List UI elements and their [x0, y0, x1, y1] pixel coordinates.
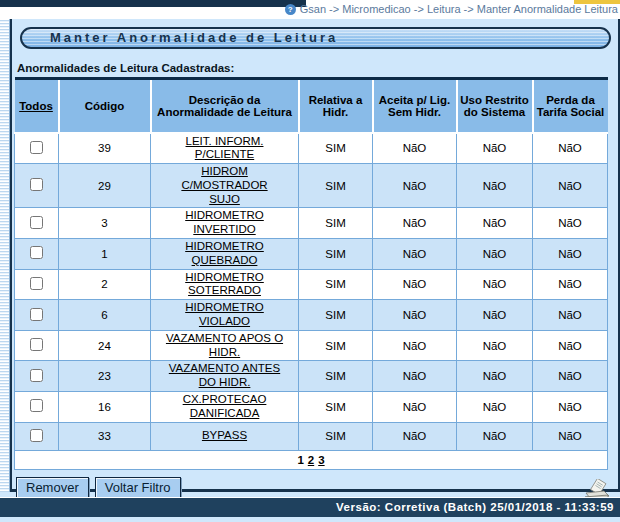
codigo-cell: 2 [59, 269, 151, 300]
perda-value-cell: NãO [533, 269, 608, 300]
perda-value-cell: NãO [533, 300, 608, 331]
codigo-cell: 24 [59, 330, 151, 361]
pagination-links: 23 [306, 454, 327, 466]
table-row: 33 BYPASS SIM NãO NãO NãO [15, 422, 608, 450]
header-perda-tarifa: Perda da Tarifa Social [533, 79, 608, 133]
table-row: 6 HIDROMETRO VIOLADO SIM NãO NãO NãO [15, 300, 608, 331]
descricao-cell: HIDROMETRO VIOLADO [151, 300, 299, 331]
page-title-text: Manter Anormalidade de Leitura [50, 30, 338, 45]
descricao-cell: HIDROM C/MOSTRADOR SUJO [151, 164, 299, 208]
pagination-current: 1 [297, 454, 303, 466]
descricao-link[interactable]: HIDROMETRO VIOLADO [165, 301, 285, 329]
uso-value-cell: NãO [457, 164, 533, 208]
uso-value-cell: NãO [457, 208, 533, 239]
row-checkbox[interactable] [30, 369, 43, 382]
table-header-row: Todos Código Descrição da Anormalidade d… [15, 79, 608, 133]
uso-value-cell: NãO [457, 133, 533, 164]
uso-value-cell: NãO [457, 392, 533, 423]
descricao-link[interactable]: HIDROM C/MOSTRADOR SUJO [165, 165, 285, 206]
row-checkbox[interactable] [30, 308, 43, 321]
descricao-cell: LEIT. INFORM. P/CLIENTE [151, 133, 299, 164]
voltar-filtro-button[interactable]: Voltar Filtro [95, 477, 181, 499]
anormalidades-table: Todos Código Descrição da Anormalidade d… [14, 77, 608, 470]
uso-value-cell: NãO [457, 422, 533, 450]
perda-value-cell: NãO [533, 392, 608, 423]
aceita-value-cell: NãO [373, 330, 457, 361]
checkbox-cell [15, 330, 59, 361]
relativa-value-cell: SIM [299, 300, 373, 331]
table-body: 39 LEIT. INFORM. P/CLIENTE SIM NãO NãO N… [15, 133, 608, 451]
descricao-cell: VAZAMENTO ANTES DO HIDR. [151, 361, 299, 392]
checkbox-cell [15, 208, 59, 239]
relativa-value-cell: SIM [299, 392, 373, 423]
row-checkbox[interactable] [30, 141, 43, 154]
footer-bar: Versão: Corretiva (Batch) 25/01/2018 - 1… [0, 497, 620, 517]
descricao-cell: BYPASS [151, 422, 299, 450]
descricao-link[interactable]: BYPASS [202, 429, 247, 443]
perda-value-cell: NãO [533, 239, 608, 270]
descricao-link[interactable]: VAZAMENTO APOS O HIDR. [165, 332, 285, 360]
perda-value-cell: NãO [533, 164, 608, 208]
checkbox-cell [15, 133, 59, 164]
relativa-value-cell: SIM [299, 269, 373, 300]
descricao-link[interactable]: LEIT. INFORM. P/CLIENTE [165, 135, 285, 163]
row-checkbox[interactable] [30, 429, 43, 442]
table-row: 3 HIDROMETRO INVERTIDO SIM NãO NãO NãO [15, 208, 608, 239]
header-descricao: Descrição da Anormalidade de Leitura [151, 79, 299, 133]
uso-value-cell: NãO [457, 330, 533, 361]
pagination: 123 [15, 450, 608, 469]
pagination-link[interactable]: 3 [318, 454, 324, 466]
descricao-link[interactable]: HIDROMETRO QUEBRADO [165, 240, 285, 268]
uso-value-cell: NãO [457, 269, 533, 300]
table-row: 29 HIDROM C/MOSTRADOR SUJO SIM NãO NãO N… [15, 164, 608, 208]
uso-value-cell: NãO [457, 361, 533, 392]
descricao-link[interactable]: HIDROMETRO INVERTIDO [165, 209, 285, 237]
pagination-link[interactable]: 2 [308, 454, 314, 466]
table-row: 1 HIDROMETRO QUEBRADO SIM NãO NãO NãO [15, 239, 608, 270]
descricao-cell: HIDROMETRO SOTERRADO [151, 269, 299, 300]
codigo-cell: 6 [59, 300, 151, 331]
row-checkbox[interactable] [30, 246, 43, 259]
descricao-cell: HIDROMETRO QUEBRADO [151, 239, 299, 270]
table-row: 39 LEIT. INFORM. P/CLIENTE SIM NãO NãO N… [15, 133, 608, 164]
row-checkbox[interactable] [30, 277, 43, 290]
aceita-value-cell: NãO [373, 133, 457, 164]
codigo-cell: 39 [59, 133, 151, 164]
row-checkbox[interactable] [30, 178, 43, 191]
header-relativa-hidr: Relativa a Hidr. [299, 79, 373, 133]
breadcrumb: ? Gsan -> Micromedicao -> Leitura -> Man… [285, 2, 618, 16]
relativa-value-cell: SIM [299, 361, 373, 392]
relativa-value-cell: SIM [299, 330, 373, 361]
perda-value-cell: NãO [533, 330, 608, 361]
aceita-value-cell: NãO [373, 361, 457, 392]
codigo-cell: 33 [59, 422, 151, 450]
codigo-cell: 3 [59, 208, 151, 239]
todos-link[interactable]: Todos [19, 100, 53, 112]
left-decorative-strip [0, 19, 10, 492]
descricao-cell: VAZAMENTO APOS O HIDR. [151, 330, 299, 361]
page-title: Manter Anormalidade de Leitura [20, 27, 611, 49]
descricao-link[interactable]: HIDROMETRO SOTERRADO [165, 271, 285, 299]
relativa-value-cell: SIM [299, 133, 373, 164]
descricao-link[interactable]: CX.PROTECAO DANIFICADA [165, 393, 285, 421]
version-text: Versão: Corretiva (Batch) 25/01/2018 - 1… [336, 501, 614, 513]
row-checkbox[interactable] [30, 399, 43, 412]
content-panel: Manter Anormalidade de Leitura Anormalid… [10, 19, 620, 492]
breadcrumb-text: Gsan -> Micromedicao -> Leitura -> Mante… [300, 3, 618, 15]
table-row: 16 CX.PROTECAO DANIFICADA SIM NãO NãO Nã… [15, 392, 608, 423]
uso-value-cell: NãO [457, 300, 533, 331]
codigo-cell: 23 [59, 361, 151, 392]
remover-button[interactable]: Remover [16, 477, 89, 499]
descricao-cell: HIDROMETRO INVERTIDO [151, 208, 299, 239]
checkbox-cell [15, 269, 59, 300]
aceita-value-cell: NãO [373, 239, 457, 270]
checkbox-cell [15, 239, 59, 270]
checkbox-cell [15, 422, 59, 450]
descricao-cell: CX.PROTECAO DANIFICADA [151, 392, 299, 423]
table-row: 23 VAZAMENTO ANTES DO HIDR. SIM NãO NãO … [15, 361, 608, 392]
aceita-value-cell: NãO [373, 300, 457, 331]
help-icon[interactable]: ? [285, 4, 296, 15]
descricao-link[interactable]: VAZAMENTO ANTES DO HIDR. [165, 362, 285, 390]
row-checkbox[interactable] [30, 216, 43, 229]
row-checkbox[interactable] [30, 338, 43, 351]
